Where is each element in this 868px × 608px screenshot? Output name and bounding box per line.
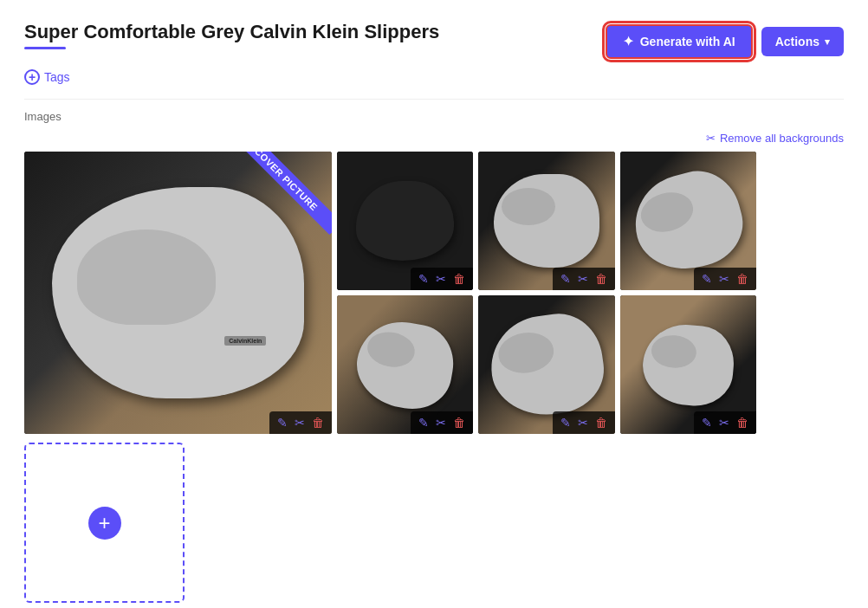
edit-icon-2[interactable]: ✎ (560, 272, 571, 286)
add-image-button[interactable]: + (88, 507, 121, 540)
ai-icon: ✦ (623, 34, 634, 49)
scissors-icon-1[interactable]: ✂ (436, 272, 446, 286)
image-cover: CalvinKlein COVER PICTURE ✎ ✂ 🗑 (24, 152, 332, 434)
image-2: ✎ ✂ 🗑 (478, 152, 614, 290)
cover-edit-icon[interactable]: ✎ (277, 416, 288, 430)
actions-caret-icon: ▾ (825, 36, 830, 48)
delete-icon-3[interactable]: 🗑 (736, 272, 748, 286)
delete-icon-2[interactable]: 🗑 (595, 272, 607, 286)
delete-icon-6[interactable]: 🗑 (736, 416, 748, 430)
image-2-shape (494, 174, 600, 268)
toolbar-5: ✎ ✂ 🗑 (553, 411, 615, 434)
toolbar-2: ✎ ✂ 🗑 (553, 268, 615, 290)
cover-scissors-icon[interactable]: ✂ (295, 416, 305, 430)
page-header: Super Comfortable Grey Calvin Klein Slip… (24, 21, 844, 59)
remove-bg-label: Remove all backgrounds (720, 132, 844, 145)
section-divider (24, 99, 844, 100)
image-6-shape (639, 320, 736, 408)
image-5-shape (484, 307, 608, 421)
brand-tag: CalvinKlein (224, 336, 266, 346)
cover-toolbar: ✎ ✂ 🗑 (269, 411, 332, 434)
edit-icon-4[interactable]: ✎ (418, 416, 429, 430)
remove-all-backgrounds-link[interactable]: ✂ Remove all backgrounds (706, 132, 844, 145)
remove-bg-row: ✂ Remove all backgrounds (24, 132, 844, 145)
toolbar-4: ✎ ✂ 🗑 (411, 411, 473, 434)
title-block: Super Comfortable Grey Calvin Klein Slip… (24, 21, 439, 49)
images-grid: CalvinKlein COVER PICTURE ✎ ✂ 🗑 ✎ ✂ 🗑 ✎ … (24, 152, 756, 434)
image-4-shape (351, 314, 460, 415)
generate-ai-button[interactable]: ✦ Generate with AI (606, 24, 753, 59)
tags-link[interactable]: + Tags (24, 69, 70, 85)
title-underline (24, 47, 66, 49)
image-5: ✎ ✂ 🗑 (478, 295, 614, 434)
toolbar-6: ✎ ✂ 🗑 (694, 411, 756, 434)
page-title: Super Comfortable Grey Calvin Klein Slip… (24, 21, 439, 43)
image-3-shape (625, 162, 752, 281)
tags-row: + Tags (24, 69, 844, 85)
image-4: ✎ ✂ 🗑 (337, 295, 473, 434)
image-1: ✎ ✂ 🗑 (337, 152, 473, 290)
scissors-icon-4[interactable]: ✂ (436, 416, 446, 430)
image-6: ✎ ✂ 🗑 (620, 295, 756, 434)
cover-slipper-shape: CalvinKlein (52, 187, 304, 399)
scissors-icon-6[interactable]: ✂ (719, 416, 729, 430)
add-image-cell[interactable]: + (24, 443, 185, 603)
plus-circle-icon: + (24, 69, 40, 85)
scissors-icon-5[interactable]: ✂ (578, 416, 588, 430)
images-section-label: Images (24, 110, 844, 123)
header-actions: ✦ Generate with AI Actions ▾ (606, 24, 844, 59)
delete-icon-1[interactable]: 🗑 (453, 272, 465, 286)
delete-icon-5[interactable]: 🗑 (595, 416, 607, 430)
edit-icon-3[interactable]: ✎ (702, 272, 712, 286)
scissors-remove-icon: ✂ (706, 132, 716, 145)
actions-button[interactable]: Actions ▾ (761, 27, 844, 56)
edit-icon-1[interactable]: ✎ (418, 272, 429, 286)
generate-ai-label: Generate with AI (640, 35, 735, 49)
cover-delete-icon[interactable]: 🗑 (312, 416, 324, 430)
delete-icon-4[interactable]: 🗑 (453, 416, 465, 430)
scissors-icon-2[interactable]: ✂ (578, 272, 588, 286)
tags-label: Tags (44, 70, 70, 84)
edit-icon-6[interactable]: ✎ (702, 416, 712, 430)
edit-icon-5[interactable]: ✎ (560, 416, 571, 430)
toolbar-1: ✎ ✂ 🗑 (411, 268, 473, 290)
cover-image-bg: CalvinKlein (24, 152, 332, 434)
actions-label: Actions (775, 35, 819, 49)
scissors-icon-3[interactable]: ✂ (719, 272, 729, 286)
image-1-shape (356, 181, 454, 262)
toolbar-3: ✎ ✂ 🗑 (694, 268, 756, 290)
image-3: ✎ ✂ 🗑 (620, 152, 756, 290)
